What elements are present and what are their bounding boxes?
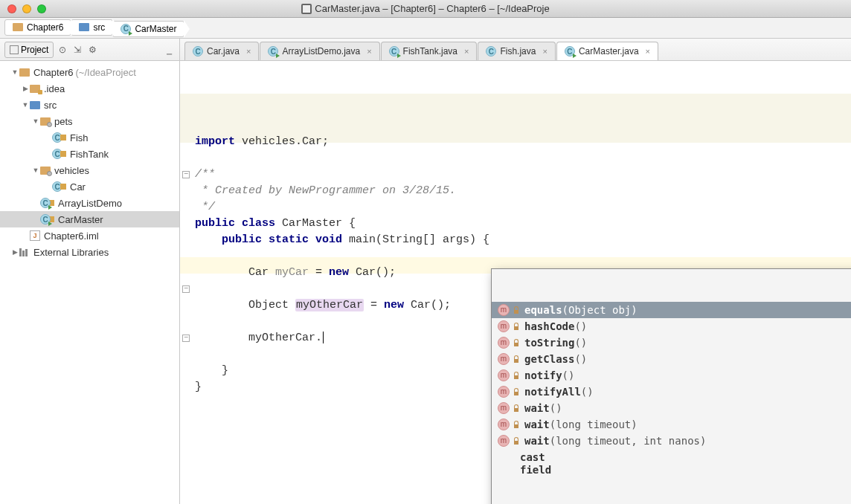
lock-icon bbox=[60, 135, 66, 140]
tree-node[interactable]: vehicles bbox=[0, 162, 179, 178]
window-title: CarMaster.java – [Chapter6] – Chapter6 –… bbox=[0, 3, 851, 14]
runnable-class-icon: C bbox=[40, 214, 51, 224]
editor-tab[interactable]: CCar.java× bbox=[184, 42, 259, 60]
project-tree[interactable]: Chapter6 (~/IdeaProject.ideasrcpetsC Fis… bbox=[0, 61, 179, 504]
tab-label: ArrayListDemo.java bbox=[282, 46, 360, 56]
file-icon bbox=[301, 4, 312, 14]
tree-node[interactable]: .idea bbox=[0, 80, 179, 97]
tree-node[interactable]: C CarMaster bbox=[0, 211, 179, 227]
breadcrumb-label: CarMaster bbox=[135, 24, 176, 34]
tree-node-label: src bbox=[44, 100, 57, 111]
folder-icon bbox=[19, 68, 30, 77]
tree-node-label: pets bbox=[54, 116, 73, 127]
tree-node-label: FishTank bbox=[70, 149, 109, 160]
tab-close-icon[interactable]: × bbox=[464, 47, 469, 56]
tree-node-label: External Libraries bbox=[33, 247, 109, 258]
tree-node[interactable]: C FishTank bbox=[0, 146, 179, 162]
method-signature: wait() bbox=[524, 400, 562, 416]
class-icon: C bbox=[268, 46, 278, 56]
tab-close-icon[interactable]: × bbox=[542, 47, 547, 56]
tree-twisty[interactable] bbox=[21, 85, 30, 92]
autocomplete-item[interactable]: mwait(long timeout)void bbox=[492, 416, 851, 433]
lock-icon bbox=[513, 437, 520, 445]
tree-twisty[interactable] bbox=[31, 117, 40, 125]
code-editor[interactable]: import vehicles.Car; /** * Created by Ne… bbox=[180, 61, 851, 504]
class-icon: C bbox=[193, 46, 203, 56]
tab-label: CarMaster.java bbox=[579, 46, 639, 56]
breadcrumb-item[interactable]: src bbox=[71, 19, 113, 36]
iml-icon: J bbox=[30, 230, 40, 241]
tree-node-label: Fish bbox=[70, 132, 89, 143]
tab-close-icon[interactable]: × bbox=[246, 47, 251, 56]
hide-icon[interactable]: ⎯ bbox=[163, 44, 175, 56]
project-tab-label: Project bbox=[21, 45, 48, 55]
method-signature: field bbox=[520, 465, 551, 474]
tree-node-label: CarMaster bbox=[58, 214, 103, 225]
editor-area: CCar.java×CArrayListDemo.java×CFishTank.… bbox=[180, 39, 851, 504]
scroll-from-source-icon[interactable]: ⊙ bbox=[57, 44, 68, 56]
tree-node[interactable]: src bbox=[0, 97, 179, 113]
tree-node[interactable]: C Car bbox=[0, 178, 179, 195]
breadcrumb-label: Chapter6 bbox=[27, 22, 63, 33]
class-icon: C bbox=[486, 46, 496, 56]
lock-icon bbox=[513, 404, 520, 412]
folder-icon bbox=[79, 23, 89, 31]
tree-node[interactable]: C ArrayListDemo bbox=[0, 195, 179, 211]
autocomplete-item[interactable]: mwait()void bbox=[492, 400, 851, 416]
collapse-all-icon[interactable]: ⇲ bbox=[71, 44, 83, 56]
tree-twisty[interactable] bbox=[31, 167, 40, 174]
tree-node[interactable]: C Fish bbox=[0, 129, 179, 146]
package-icon bbox=[40, 167, 51, 175]
tab-label: Car.java bbox=[207, 46, 240, 56]
project-icon bbox=[10, 45, 19, 54]
lock-icon bbox=[513, 421, 520, 428]
runnable-class-icon: C bbox=[40, 198, 51, 208]
fold-marker[interactable] bbox=[182, 285, 190, 293]
class-icon: C bbox=[565, 46, 575, 56]
tree-node[interactable]: pets bbox=[0, 113, 179, 129]
autocomplete-item[interactable]: fieldmyField = expr; bbox=[492, 465, 851, 474]
folder-icon bbox=[30, 85, 40, 93]
editor-tab[interactable]: CCarMaster.java× bbox=[556, 42, 658, 60]
settings-gear-icon[interactable]: ⚙ bbox=[86, 44, 98, 56]
editor-tab[interactable]: CFish.java× bbox=[478, 42, 555, 60]
tree-twisty[interactable] bbox=[10, 248, 19, 256]
fold-marker[interactable] bbox=[182, 171, 190, 178]
project-tool-window: Project ⊙ ⇲ ⚙ ⎯ Chapter6 (~/IdeaProject.… bbox=[0, 39, 180, 504]
tree-node-label: Car bbox=[70, 181, 86, 193]
close-window-button[interactable] bbox=[7, 4, 16, 13]
editor-tab[interactable]: CArrayListDemo.java× bbox=[260, 42, 379, 60]
tree-node[interactable]: External Libraries bbox=[0, 244, 179, 260]
minimize-window-button[interactable] bbox=[22, 4, 31, 13]
tree-twisty[interactable] bbox=[10, 68, 19, 76]
tree-node[interactable]: Chapter6 (~/IdeaProject bbox=[0, 64, 179, 80]
gutter bbox=[180, 68, 192, 504]
method-signature: wait(long timeout, int nanos) bbox=[524, 433, 706, 449]
class-icon: C bbox=[121, 24, 131, 34]
autocomplete-item[interactable]: cast((SomeType) expr) bbox=[492, 449, 851, 465]
project-tab[interactable]: Project bbox=[4, 42, 54, 58]
method-signature: wait(long timeout) bbox=[524, 416, 638, 433]
tree-node-label: ArrayListDemo bbox=[58, 198, 122, 209]
method-icon: m bbox=[498, 402, 510, 414]
tab-close-icon[interactable]: × bbox=[646, 47, 650, 56]
text-cursor bbox=[323, 332, 324, 343]
tree-node-label: Chapter6.iml bbox=[44, 230, 99, 242]
tree-node[interactable]: JChapter6.iml bbox=[0, 227, 179, 244]
tab-close-icon[interactable]: × bbox=[367, 47, 371, 56]
fold-marker[interactable] bbox=[182, 335, 190, 342]
tab-label: FishTank.java bbox=[403, 46, 457, 56]
breadcrumb-item[interactable]: CCarMaster bbox=[112, 21, 184, 37]
breadcrumb-item[interactable]: Chapter6 bbox=[4, 19, 71, 36]
zoom-window-button[interactable] bbox=[37, 4, 46, 13]
tree-node-label: .idea bbox=[44, 83, 65, 94]
tree-twisty[interactable] bbox=[21, 101, 30, 109]
editor-tab[interactable]: CFishTank.java× bbox=[381, 42, 478, 60]
autocomplete-item[interactable]: mwait(long timeout, int nanos)void bbox=[492, 433, 851, 449]
tab-label: Fish.java bbox=[500, 46, 536, 56]
lock-icon bbox=[60, 151, 66, 157]
source-folder-icon bbox=[30, 101, 40, 109]
titlebar: CarMaster.java – [Chapter6] – Chapter6 –… bbox=[0, 0, 851, 18]
folder-icon bbox=[13, 23, 23, 31]
breadcrumb-bar: Chapter6srcCCarMaster bbox=[0, 18, 851, 39]
